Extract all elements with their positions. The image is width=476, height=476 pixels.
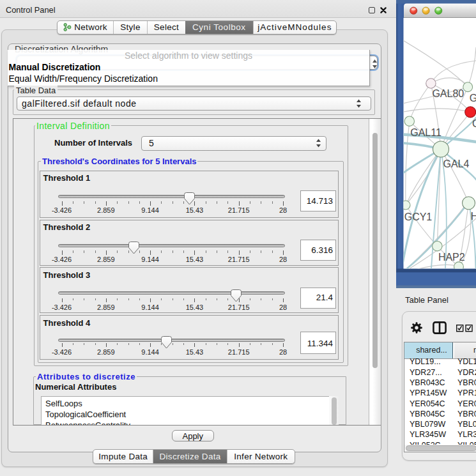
svg-text:H: H — [471, 211, 476, 222]
svg-text:GCY1: GCY1 — [404, 211, 433, 222]
svg-text:GAL4: GAL4 — [443, 158, 470, 169]
svg-text:GA: GA — [470, 93, 476, 104]
svg-text:C: C — [472, 118, 476, 129]
svg-text:HAP2: HAP2 — [438, 252, 465, 263]
svg-text:GAL80: GAL80 — [432, 88, 464, 99]
svg-text:GAL11: GAL11 — [410, 127, 441, 138]
